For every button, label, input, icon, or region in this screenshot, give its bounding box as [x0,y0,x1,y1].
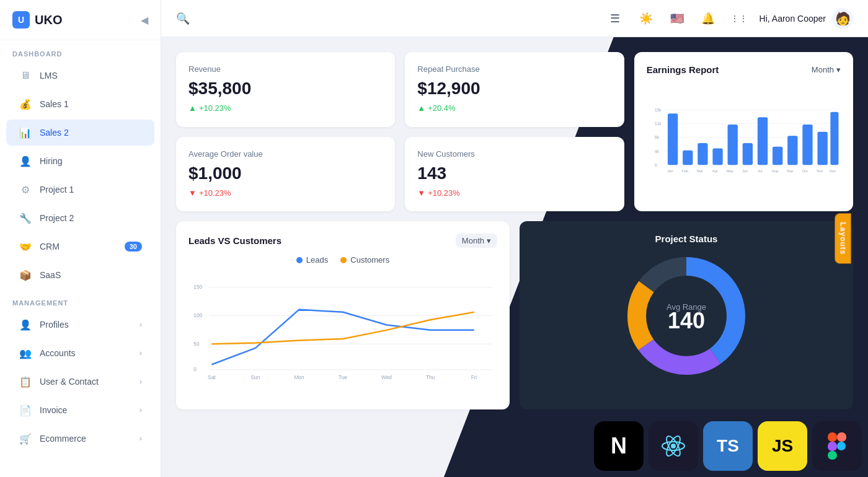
sidebar-item-invoice[interactable]: 📄 Invoice › [6,397,154,423]
revenue-value: $35,800 [188,79,383,98]
customers-legend-item: Customers [340,255,389,265]
leads-header: Leads VS Customers Month ▾ [188,234,497,248]
accounts-chevron-icon: › [140,349,142,357]
project2-icon: 🔧 [19,211,32,225]
svg-text:4k: 4k [655,149,660,154]
section-label-dashboard: DASHBOARD [0,40,161,61]
svg-rect-20 [817,132,827,165]
sidebar-item-project2[interactable]: 🔧 Project 2 [6,205,154,231]
user-contact-chevron-icon: › [140,377,142,386]
sidebar-item-user-contact[interactable]: 📋 User & Contact › [6,369,154,395]
revenue-card: Revenue $35,800 ▲ +10.23% [176,52,395,127]
leads-legend: Leads Customers [188,255,497,265]
svg-text:Nov: Nov [817,169,823,173]
svg-rect-12 [698,143,707,165]
notifications-button[interactable]: 🔔 [698,8,719,29]
revenue-change: ▲ +10.23% [188,103,383,113]
donut-chart: Avg Range 140 [624,254,748,378]
javascript-icon: JS [758,421,807,471]
svg-text:8k: 8k [655,135,660,139]
down-arrow-icon: ▼ [417,188,425,198]
avg-order-card: Average Order value $1,000 ▼ +10.23% [176,137,395,212]
saas-icon: 📦 [19,268,32,282]
search-box[interactable]: 🔍 [176,12,595,25]
nextjs-icon: N [594,421,644,471]
chevron-down-icon: ▾ [836,65,841,74]
user-contact-icon: 📋 [19,375,32,388]
svg-rect-15 [742,143,752,165]
project-status-card: Project Status [520,221,853,409]
invoice-chevron-icon: › [140,406,142,414]
section-label-management: MANAGEMENT [0,289,161,310]
svg-text:Apr: Apr [712,169,717,173]
sidebar-item-saas[interactable]: 📦 SaaS [6,262,154,288]
svg-text:Mar: Mar [697,169,703,173]
avg-order-value: $1,000 [188,164,383,183]
header: 🔍 ☰ ☀️ 🇺🇸 🔔 ⋮⋮ Hi, Aaron Cooper 🧑 [161,0,868,37]
profiles-chevron-icon: › [140,320,142,329]
invoice-icon: 📄 [19,403,32,417]
leads-dot [296,257,303,263]
svg-text:Sun: Sun [251,374,260,380]
sidebar-item-profiles[interactable]: 👤 Profiles › [6,312,154,338]
earnings-header: Earnings Report Month ▾ [647,64,841,75]
sidebar-item-ecommerce[interactable]: 🛒 Ecommerce › [6,426,154,452]
menu-icon-button[interactable]: ☰ [604,8,626,29]
sidebar-item-project1[interactable]: ⚙ Project 1 [6,177,154,203]
sidebar-item-sales1[interactable]: 💰 Sales 1 [6,91,154,117]
new-customers-label: New Customers [417,149,611,159]
avatar: 🧑 [832,8,853,29]
leads-chart-card: Leads VS Customers Month ▾ Leads Custome… [176,221,510,409]
stats-grid: Revenue $35,800 ▲ +10.23% Repeat Purchas… [176,52,853,211]
svg-text:Fri: Fri [471,374,477,380]
svg-text:Sat: Sat [208,374,216,380]
collapse-sidebar-button[interactable]: ◀ [141,14,148,26]
sidebar-item-sales2[interactable]: 📊 Sales 2 [6,120,154,146]
sidebar-item-lms[interactable]: 🖥 LMS [6,63,154,89]
project1-icon: ⚙ [19,183,32,196]
theme-toggle-button[interactable]: ☀️ [636,8,657,29]
svg-text:Oct: Oct [802,169,807,173]
logo-icon: U [12,11,30,28]
avg-order-label: Average Order value [188,149,383,159]
content-area: Revenue $35,800 ▲ +10.23% Repeat Purchas… [161,37,868,477]
svg-text:Feb: Feb [682,169,689,173]
ecommerce-chevron-icon: › [140,434,142,443]
svg-text:0: 0 [193,366,197,372]
typescript-icon: TS [703,421,753,471]
figma-icon [812,421,862,471]
svg-rect-17 [773,147,782,165]
sidebar-item-accounts[interactable]: 👥 Accounts › [6,340,154,366]
svg-rect-61 [837,432,846,442]
svg-text:Aug: Aug [771,169,777,173]
logo: U UKO [12,11,62,28]
svg-text:11k: 11k [655,121,662,126]
svg-rect-60 [828,432,837,442]
leads-legend-item: Leads [296,255,328,265]
earnings-bar-chart: 15k 11k 8k 4k 0 [647,85,841,196]
language-flag-button[interactable]: 🇺🇸 [666,8,688,29]
leads-line-chart: 150 100 50 0 Sat Sun Mon [188,271,497,395]
sales1-icon: 💰 [19,97,32,111]
earnings-period-select[interactable]: Month ▾ [812,65,841,74]
svg-text:Mon: Mon [294,374,304,380]
svg-rect-16 [758,117,768,165]
sidebar-item-crm[interactable]: 🤝 CRM 30 [6,234,154,260]
lms-icon: 🖥 [19,69,32,82]
user-greeting: Hi, Aaron Cooper [760,14,826,24]
user-info[interactable]: Hi, Aaron Cooper 🧑 [760,8,853,29]
sidebar-item-hiring[interactable]: 👤 Hiring [6,148,154,174]
donut-chart-container: Avg Range 140 [532,254,841,378]
earnings-chart-card: Earnings Report Month ▾ 15k 11k 8k 4k 0 [634,52,853,211]
svg-text:Thu: Thu [426,374,435,380]
apps-grid-button[interactable]: ⋮⋮ [728,8,750,29]
layouts-button[interactable]: Layouts [835,213,851,263]
leads-period-button[interactable]: Month ▾ [456,234,497,248]
svg-text:Jan: Jan [667,169,673,173]
project-status-title: Project Status [532,234,841,244]
svg-rect-19 [802,125,812,165]
svg-text:May: May [727,169,733,173]
header-actions: ☰ ☀️ 🇺🇸 🔔 ⋮⋮ Hi, Aaron Cooper 🧑 [604,8,853,29]
svg-text:Jul: Jul [758,169,763,173]
earnings-title: Earnings Report [647,64,719,75]
